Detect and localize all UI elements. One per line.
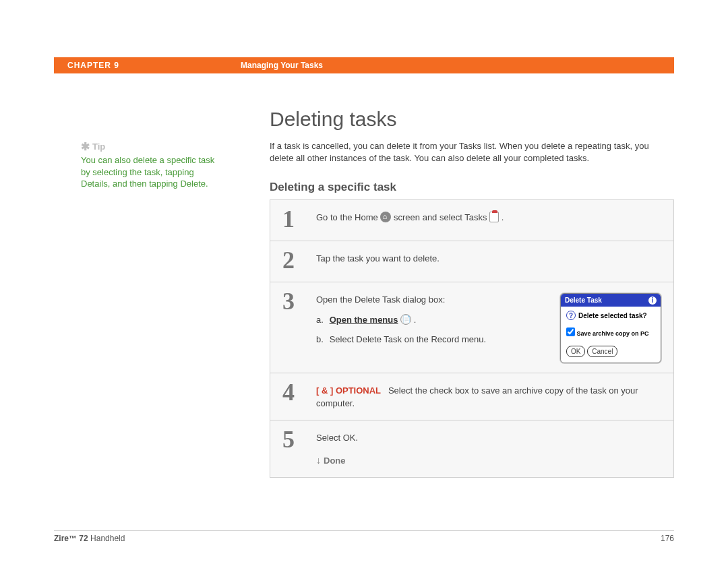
chapter-header-bar: CHAPTER 9 Managing Your Tasks bbox=[54, 57, 674, 73]
step-text: . bbox=[502, 212, 504, 222]
substep-label: a. bbox=[316, 313, 327, 327]
done-indicator: ↓Done bbox=[316, 454, 661, 468]
dialog-title-bar: Delete Task i bbox=[561, 294, 661, 307]
step-text: screen and select Tasks bbox=[394, 212, 489, 222]
step-row-1: 1 Go to the Home screen and select Tasks… bbox=[270, 200, 673, 241]
info-icon: i bbox=[648, 296, 657, 305]
substep-label: b. bbox=[316, 333, 327, 346]
product-bold: Zire™ 72 bbox=[54, 534, 88, 543]
cancel-button[interactable]: Cancel bbox=[587, 346, 617, 357]
down-arrow-icon: ↓ bbox=[316, 454, 321, 468]
tasks-icon bbox=[489, 212, 499, 222]
dialog-body: ?Delete selected task? Save archive copy… bbox=[561, 307, 661, 343]
step-number: 1 bbox=[282, 207, 316, 231]
step-text: Select OK. bbox=[316, 431, 661, 445]
page-title: Deleting tasks bbox=[270, 108, 674, 131]
tip-text: You can also delete a specific task by s… bbox=[81, 154, 216, 190]
main-content: Deleting tasks If a task is cancelled, y… bbox=[270, 108, 674, 478]
step-number: 4 bbox=[282, 380, 316, 410]
step-row-5: 5 Select OK. ↓Done bbox=[270, 420, 673, 478]
tip-label: Tip bbox=[92, 142, 105, 152]
step-text: Go to the Home bbox=[316, 212, 380, 222]
done-label: Done bbox=[324, 456, 346, 466]
tip-heading: ✱Tip bbox=[81, 140, 216, 153]
dialog-title: Delete Task bbox=[565, 295, 602, 305]
dialog-checkbox-row: Save archive copy on PC bbox=[566, 327, 655, 339]
home-icon bbox=[380, 212, 391, 222]
substep-text: Select Delete Task on the Record menu. bbox=[330, 334, 486, 344]
dialog-buttons: OK Cancel bbox=[561, 343, 661, 363]
archive-checkbox[interactable] bbox=[566, 327, 575, 336]
open-menus-link[interactable]: Open the menus bbox=[330, 315, 398, 325]
step-content: Delete Task i ?Delete selected task? Sav… bbox=[316, 289, 661, 363]
step-row-4: 4 [ & ] OPTIONAL Select the check box to… bbox=[270, 373, 673, 420]
step-content: [ & ] OPTIONAL Select the check box to s… bbox=[316, 380, 661, 410]
step-row-2: 2 Tap the task you want to delete. bbox=[270, 241, 673, 282]
intro-paragraph: If a task is cancelled, you can delete i… bbox=[270, 140, 674, 164]
step-number: 2 bbox=[282, 248, 316, 272]
product-rest: Handheld bbox=[88, 534, 125, 543]
substep-text: . bbox=[411, 315, 416, 325]
dialog-question: Delete selected task? bbox=[578, 312, 647, 319]
page-body: ✱Tip You can also delete a specific task… bbox=[54, 108, 674, 535]
step-content: Tap the task you want to delete. bbox=[316, 248, 661, 272]
menu-icon bbox=[400, 314, 411, 325]
asterisk-icon: ✱ bbox=[81, 141, 90, 152]
step-number: 5 bbox=[282, 427, 316, 468]
question-icon: ? bbox=[566, 311, 576, 320]
product-name: Zire™ 72 Handheld bbox=[54, 534, 125, 543]
step-row-3: 3 Delete Task i ?Delete selected task? S… bbox=[270, 282, 673, 373]
chapter-title: Managing Your Tasks bbox=[241, 61, 323, 70]
chapter-label: CHAPTER 9 bbox=[67, 61, 119, 70]
step-number: 3 bbox=[282, 289, 316, 363]
optional-badge: [ & ] OPTIONAL bbox=[316, 385, 381, 396]
delete-task-dialog: Delete Task i ?Delete selected task? Sav… bbox=[560, 293, 661, 363]
checkbox-label: Save archive copy on PC bbox=[577, 330, 649, 337]
ok-button[interactable]: OK bbox=[566, 346, 585, 357]
page-footer: Zire™ 72 Handheld 176 bbox=[54, 530, 674, 543]
step-content: Go to the Home screen and select Tasks . bbox=[316, 207, 661, 231]
step-content: Select OK. ↓Done bbox=[316, 427, 661, 468]
page-number: 176 bbox=[661, 534, 674, 543]
tip-sidebar: ✱Tip You can also delete a specific task… bbox=[81, 140, 216, 190]
steps-container: 1 Go to the Home screen and select Tasks… bbox=[270, 199, 674, 478]
section-heading: Deleting a specific task bbox=[270, 181, 674, 194]
